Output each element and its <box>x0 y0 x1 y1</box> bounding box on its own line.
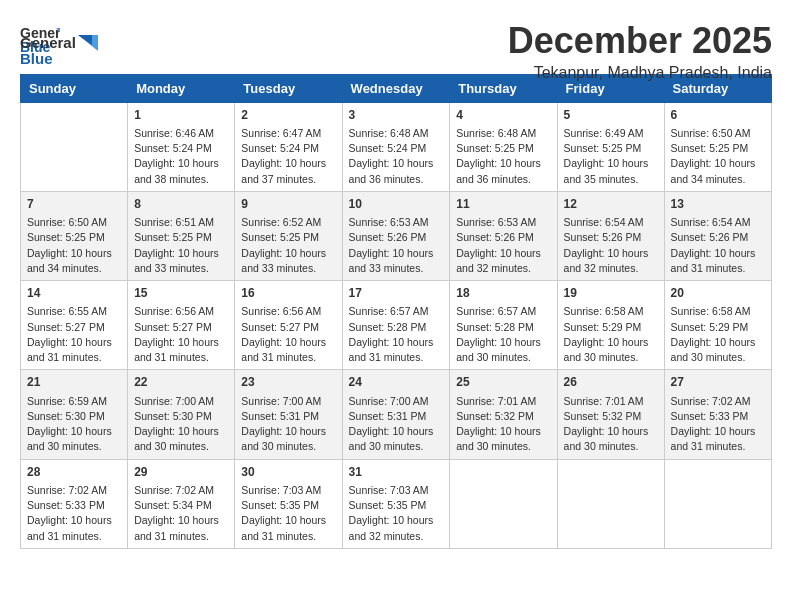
cell-content: Sunrise: 7:00 AM Sunset: 5:30 PM Dayligh… <box>134 394 228 455</box>
cell-content: Sunrise: 7:01 AM Sunset: 5:32 PM Dayligh… <box>456 394 550 455</box>
calendar-cell: 6Sunrise: 6:50 AM Sunset: 5:25 PM Daylig… <box>664 102 771 191</box>
calendar-cell: 16Sunrise: 6:56 AM Sunset: 5:27 PM Dayli… <box>235 281 342 370</box>
calendar-cell: 11Sunrise: 6:53 AM Sunset: 5:26 PM Dayli… <box>450 191 557 280</box>
calendar-week-row: 28Sunrise: 7:02 AM Sunset: 5:33 PM Dayli… <box>21 459 772 548</box>
day-number: 3 <box>349 107 444 124</box>
header-sunday: Sunday <box>21 74 128 102</box>
calendar-cell: 28Sunrise: 7:02 AM Sunset: 5:33 PM Dayli… <box>21 459 128 548</box>
cell-content: Sunrise: 6:56 AM Sunset: 5:27 PM Dayligh… <box>241 304 335 365</box>
cell-content: Sunrise: 7:02 AM Sunset: 5:33 PM Dayligh… <box>671 394 765 455</box>
day-number: 13 <box>671 196 765 213</box>
day-number: 28 <box>27 464 121 481</box>
cell-content: Sunrise: 6:51 AM Sunset: 5:25 PM Dayligh… <box>134 215 228 276</box>
calendar-cell: 15Sunrise: 6:56 AM Sunset: 5:27 PM Dayli… <box>128 281 235 370</box>
calendar-week-row: 21Sunrise: 6:59 AM Sunset: 5:30 PM Dayli… <box>21 370 772 459</box>
calendar-week-row: 1Sunrise: 6:46 AM Sunset: 5:24 PM Daylig… <box>21 102 772 191</box>
cell-content: Sunrise: 7:01 AM Sunset: 5:32 PM Dayligh… <box>564 394 658 455</box>
calendar-cell: 29Sunrise: 7:02 AM Sunset: 5:34 PM Dayli… <box>128 459 235 548</box>
calendar-cell: 4Sunrise: 6:48 AM Sunset: 5:25 PM Daylig… <box>450 102 557 191</box>
cell-content: Sunrise: 6:54 AM Sunset: 5:26 PM Dayligh… <box>671 215 765 276</box>
calendar-cell: 19Sunrise: 6:58 AM Sunset: 5:29 PM Dayli… <box>557 281 664 370</box>
cell-content: Sunrise: 7:02 AM Sunset: 5:34 PM Dayligh… <box>134 483 228 544</box>
calendar-cell <box>21 102 128 191</box>
day-number: 11 <box>456 196 550 213</box>
day-number: 26 <box>564 374 658 391</box>
calendar-cell: 27Sunrise: 7:02 AM Sunset: 5:33 PM Dayli… <box>664 370 771 459</box>
calendar-table: SundayMondayTuesdayWednesdayThursdayFrid… <box>20 74 772 549</box>
calendar-week-row: 14Sunrise: 6:55 AM Sunset: 5:27 PM Dayli… <box>21 281 772 370</box>
header-tuesday: Tuesday <box>235 74 342 102</box>
calendar-cell <box>664 459 771 548</box>
day-number: 31 <box>349 464 444 481</box>
location-title: Tekanpur, Madhya Pradesh, India <box>508 64 772 82</box>
day-number: 19 <box>564 285 658 302</box>
calendar-cell: 22Sunrise: 7:00 AM Sunset: 5:30 PM Dayli… <box>128 370 235 459</box>
cell-content: Sunrise: 6:46 AM Sunset: 5:24 PM Dayligh… <box>134 126 228 187</box>
day-number: 2 <box>241 107 335 124</box>
day-number: 20 <box>671 285 765 302</box>
day-number: 8 <box>134 196 228 213</box>
day-number: 4 <box>456 107 550 124</box>
header-wednesday: Wednesday <box>342 74 450 102</box>
cell-content: Sunrise: 6:52 AM Sunset: 5:25 PM Dayligh… <box>241 215 335 276</box>
cell-content: Sunrise: 6:54 AM Sunset: 5:26 PM Dayligh… <box>564 215 658 276</box>
day-number: 25 <box>456 374 550 391</box>
cell-content: Sunrise: 6:56 AM Sunset: 5:27 PM Dayligh… <box>134 304 228 365</box>
calendar-week-row: 7Sunrise: 6:50 AM Sunset: 5:25 PM Daylig… <box>21 191 772 280</box>
calendar-cell: 20Sunrise: 6:58 AM Sunset: 5:29 PM Dayli… <box>664 281 771 370</box>
day-number: 29 <box>134 464 228 481</box>
day-number: 7 <box>27 196 121 213</box>
day-number: 23 <box>241 374 335 391</box>
day-number: 30 <box>241 464 335 481</box>
calendar-cell: 3Sunrise: 6:48 AM Sunset: 5:24 PM Daylig… <box>342 102 450 191</box>
cell-content: Sunrise: 7:03 AM Sunset: 5:35 PM Dayligh… <box>241 483 335 544</box>
day-number: 14 <box>27 285 121 302</box>
cell-content: Sunrise: 6:50 AM Sunset: 5:25 PM Dayligh… <box>27 215 121 276</box>
day-number: 27 <box>671 374 765 391</box>
cell-content: Sunrise: 6:57 AM Sunset: 5:28 PM Dayligh… <box>349 304 444 365</box>
calendar-cell: 26Sunrise: 7:01 AM Sunset: 5:32 PM Dayli… <box>557 370 664 459</box>
calendar-cell: 12Sunrise: 6:54 AM Sunset: 5:26 PM Dayli… <box>557 191 664 280</box>
cell-content: Sunrise: 7:00 AM Sunset: 5:31 PM Dayligh… <box>241 394 335 455</box>
calendar-cell: 21Sunrise: 6:59 AM Sunset: 5:30 PM Dayli… <box>21 370 128 459</box>
cell-content: Sunrise: 6:53 AM Sunset: 5:26 PM Dayligh… <box>349 215 444 276</box>
calendar-cell: 18Sunrise: 6:57 AM Sunset: 5:28 PM Dayli… <box>450 281 557 370</box>
calendar-cell: 9Sunrise: 6:52 AM Sunset: 5:25 PM Daylig… <box>235 191 342 280</box>
day-number: 10 <box>349 196 444 213</box>
logo-arrow-icon <box>78 35 98 51</box>
cell-content: Sunrise: 6:47 AM Sunset: 5:24 PM Dayligh… <box>241 126 335 187</box>
day-number: 16 <box>241 285 335 302</box>
day-number: 21 <box>27 374 121 391</box>
cell-content: Sunrise: 6:48 AM Sunset: 5:24 PM Dayligh… <box>349 126 444 187</box>
calendar-cell: 5Sunrise: 6:49 AM Sunset: 5:25 PM Daylig… <box>557 102 664 191</box>
cell-content: Sunrise: 6:50 AM Sunset: 5:25 PM Dayligh… <box>671 126 765 187</box>
logo-general: General <box>20 35 76 50</box>
cell-content: Sunrise: 6:48 AM Sunset: 5:25 PM Dayligh… <box>456 126 550 187</box>
calendar-cell: 30Sunrise: 7:03 AM Sunset: 5:35 PM Dayli… <box>235 459 342 548</box>
calendar-cell: 8Sunrise: 6:51 AM Sunset: 5:25 PM Daylig… <box>128 191 235 280</box>
cell-content: Sunrise: 6:57 AM Sunset: 5:28 PM Dayligh… <box>456 304 550 365</box>
day-number: 17 <box>349 285 444 302</box>
day-number: 22 <box>134 374 228 391</box>
cell-content: Sunrise: 6:59 AM Sunset: 5:30 PM Dayligh… <box>27 394 121 455</box>
calendar-cell <box>557 459 664 548</box>
calendar-cell: 31Sunrise: 7:03 AM Sunset: 5:35 PM Dayli… <box>342 459 450 548</box>
calendar-cell: 23Sunrise: 7:00 AM Sunset: 5:31 PM Dayli… <box>235 370 342 459</box>
day-number: 5 <box>564 107 658 124</box>
calendar-cell: 2Sunrise: 6:47 AM Sunset: 5:24 PM Daylig… <box>235 102 342 191</box>
calendar-cell: 17Sunrise: 6:57 AM Sunset: 5:28 PM Dayli… <box>342 281 450 370</box>
cell-content: Sunrise: 7:03 AM Sunset: 5:35 PM Dayligh… <box>349 483 444 544</box>
day-number: 9 <box>241 196 335 213</box>
day-number: 6 <box>671 107 765 124</box>
calendar-cell: 10Sunrise: 6:53 AM Sunset: 5:26 PM Dayli… <box>342 191 450 280</box>
cell-content: Sunrise: 6:58 AM Sunset: 5:29 PM Dayligh… <box>671 304 765 365</box>
day-number: 24 <box>349 374 444 391</box>
cell-content: Sunrise: 6:58 AM Sunset: 5:29 PM Dayligh… <box>564 304 658 365</box>
cell-content: Sunrise: 6:53 AM Sunset: 5:26 PM Dayligh… <box>456 215 550 276</box>
cell-content: Sunrise: 6:49 AM Sunset: 5:25 PM Dayligh… <box>564 126 658 187</box>
calendar-cell: 7Sunrise: 6:50 AM Sunset: 5:25 PM Daylig… <box>21 191 128 280</box>
logo-blue: Blue <box>20 51 53 66</box>
calendar-cell: 13Sunrise: 6:54 AM Sunset: 5:26 PM Dayli… <box>664 191 771 280</box>
cell-content: Sunrise: 6:55 AM Sunset: 5:27 PM Dayligh… <box>27 304 121 365</box>
cell-content: Sunrise: 7:02 AM Sunset: 5:33 PM Dayligh… <box>27 483 121 544</box>
